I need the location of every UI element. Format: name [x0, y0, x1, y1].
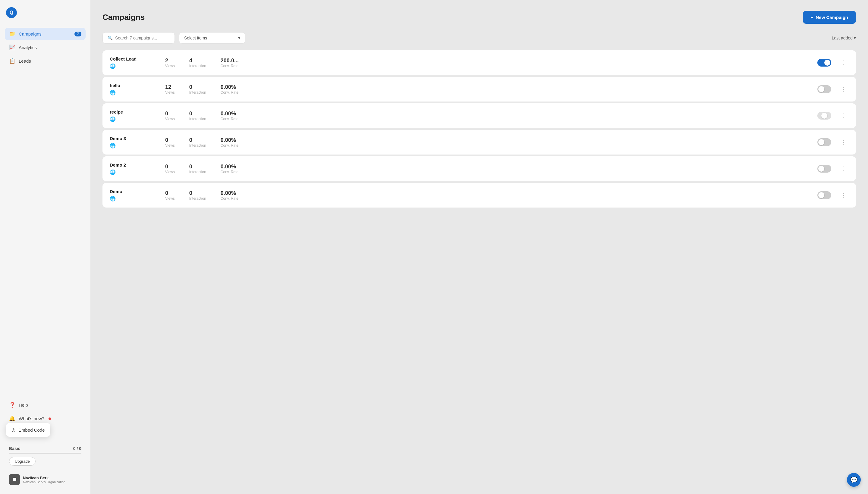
campaign-stats: 0 Views 0 Interaction 0.00% Conv. Rate	[165, 190, 810, 201]
main-header: Campaigns + New Campaign	[103, 11, 856, 24]
conv-rate-stat: 200.0... Conv. Rate	[221, 58, 239, 68]
page-title: Campaigns	[103, 13, 145, 22]
sidebar-whatsnew-label: What's new?	[19, 416, 44, 421]
toggle-switch[interactable]	[817, 112, 831, 119]
campaign-name: recipe	[110, 109, 158, 114]
conv-rate-stat: 0.00% Conv. Rate	[221, 190, 238, 201]
conv-rate-stat: 0.00% Conv. Rate	[221, 111, 238, 121]
sort-text: Last added	[832, 36, 853, 40]
toggle-knob	[824, 60, 830, 66]
sidebar-help-label: Help	[19, 402, 28, 407]
logo[interactable]: Q	[5, 6, 86, 19]
toggle-knob	[818, 86, 824, 92]
conv-rate-value: 0.00%	[221, 111, 236, 117]
conv-rate-value: 0.00%	[221, 190, 236, 196]
conv-rate-label: Conv. Rate	[221, 170, 238, 174]
more-menu-button[interactable]: ⋮	[838, 111, 849, 120]
search-box[interactable]: 🔍	[103, 32, 175, 44]
sidebar: Q 📁 Campaigns 7 📈 Analytics 📋 Leads ❓ He…	[0, 0, 90, 494]
more-menu-button[interactable]: ⋮	[838, 84, 849, 94]
toggle-switch[interactable]	[817, 85, 831, 93]
notification-dot	[49, 417, 51, 420]
avatar	[9, 474, 20, 485]
logo-circle: Q	[6, 7, 17, 18]
views-label: Views	[165, 117, 175, 121]
more-menu-button[interactable]: ⋮	[838, 191, 849, 200]
views-stat: 0 Views	[165, 164, 175, 174]
sort-label[interactable]: Last added ▾	[832, 36, 856, 40]
sidebar-leads-label: Leads	[19, 58, 31, 63]
logo-text: Q	[10, 10, 13, 15]
campaign-name: Collect Lead	[110, 56, 158, 61]
plan-usage: 0 / 0	[73, 446, 81, 451]
embed-tooltip[interactable]: ◎ Embed Code	[6, 423, 50, 437]
campaign-name: Demo	[110, 189, 158, 194]
sidebar-campaigns-label: Campaigns	[19, 31, 42, 36]
campaign-toggle[interactable]	[817, 165, 831, 173]
sidebar-item-analytics[interactable]: 📈 Analytics	[5, 41, 86, 54]
interaction-value: 0	[189, 164, 192, 170]
interaction-stat: 4 Interaction	[189, 58, 206, 68]
upgrade-button[interactable]: Upgrade	[9, 457, 36, 466]
views-value: 2	[165, 58, 168, 64]
chat-bubble[interactable]: 💬	[847, 473, 861, 487]
interaction-value: 4	[189, 58, 192, 64]
interaction-stat: 0 Interaction	[189, 137, 206, 148]
conv-rate-value: 0.00%	[221, 84, 236, 90]
views-label: Views	[165, 90, 175, 95]
globe-icon: 🌐	[110, 116, 158, 122]
campaign-toggle[interactable]	[817, 138, 831, 146]
views-label: Views	[165, 64, 175, 68]
interaction-label: Interaction	[189, 90, 206, 95]
help-icon: ❓	[9, 402, 15, 408]
interaction-label: Interaction	[189, 196, 206, 201]
globe-icon: 🌐	[110, 63, 158, 69]
campaign-card: Demo 3 🌐 0 Views 0 Interaction 0.00% Con…	[103, 130, 856, 154]
views-value: 12	[165, 84, 171, 90]
campaign-toggle[interactable]	[817, 191, 831, 199]
sidebar-item-campaigns[interactable]: 📁 Campaigns 7	[5, 28, 86, 40]
campaign-toggle[interactable]	[817, 112, 831, 119]
campaign-card: recipe 🌐 0 Views 0 Interaction 0.00% Con…	[103, 103, 856, 128]
campaign-stats: 12 Views 0 Interaction 0.00% Conv. Rate	[165, 84, 810, 95]
interaction-value: 0	[189, 84, 192, 90]
more-menu-button[interactable]: ⋮	[838, 164, 849, 173]
embed-tooltip-icon: ◎	[12, 427, 15, 433]
more-menu-button[interactable]: ⋮	[838, 58, 849, 67]
campaign-info: Demo 2 🌐	[110, 163, 158, 175]
sidebar-item-help[interactable]: ❓ Help	[5, 399, 86, 411]
toggle-switch[interactable]	[817, 59, 831, 66]
toggle-switch[interactable]	[817, 165, 831, 173]
interaction-value: 0	[189, 137, 192, 144]
interaction-value: 0	[189, 190, 192, 196]
campaign-info: Demo 🌐	[110, 189, 158, 202]
select-dropdown[interactable]: Select items ▾	[179, 32, 245, 44]
campaign-card: Demo 🌐 0 Views 0 Interaction 0.00% Conv.…	[103, 183, 856, 208]
views-stat: 0 Views	[165, 137, 175, 148]
conv-rate-value: 200.0...	[221, 58, 239, 64]
campaign-name: hello	[110, 83, 158, 88]
campaign-toggle[interactable]	[817, 85, 831, 93]
campaign-card: Demo 2 🌐 0 Views 0 Interaction 0.00% Con…	[103, 156, 856, 181]
plan-section: Basic 0 / 0 Upgrade	[5, 443, 86, 469]
svg-rect-0	[13, 478, 16, 481]
interaction-stat: 0 Interaction	[189, 111, 206, 121]
campaigns-icon: 📁	[9, 31, 15, 37]
select-placeholder: Select items	[184, 36, 207, 40]
plan-label: Basic 0 / 0	[9, 446, 81, 451]
new-campaign-button[interactable]: + New Campaign	[803, 11, 856, 24]
sidebar-item-leads[interactable]: 📋 Leads	[5, 55, 86, 67]
conv-rate-value: 0.00%	[221, 137, 236, 144]
search-input[interactable]	[115, 36, 170, 40]
globe-icon: 🌐	[110, 143, 158, 149]
main-content: Campaigns + New Campaign 🔍 Select items …	[90, 0, 868, 494]
conv-rate-label: Conv. Rate	[221, 64, 238, 68]
conv-rate-label: Conv. Rate	[221, 196, 238, 201]
views-value: 0	[165, 164, 168, 170]
toggle-switch[interactable]	[817, 191, 831, 199]
campaign-stats: 0 Views 0 Interaction 0.00% Conv. Rate	[165, 164, 810, 174]
campaign-toggle[interactable]	[817, 59, 831, 66]
toggle-switch[interactable]	[817, 138, 831, 146]
campaign-card: Collect Lead 🌐 2 Views 4 Interaction 200…	[103, 50, 856, 75]
more-menu-button[interactable]: ⋮	[838, 138, 849, 147]
